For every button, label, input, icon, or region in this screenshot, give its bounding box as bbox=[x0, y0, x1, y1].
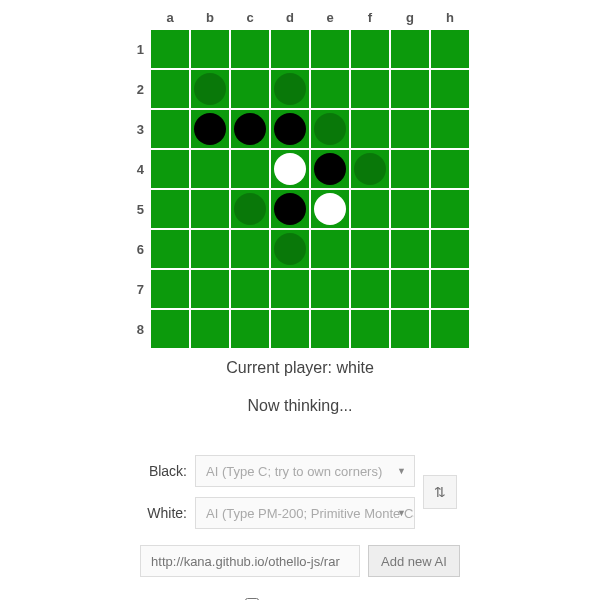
board-cell[interactable] bbox=[270, 309, 310, 349]
board-cell[interactable] bbox=[390, 29, 430, 69]
board-cell[interactable] bbox=[310, 189, 350, 229]
board-cell[interactable] bbox=[390, 109, 430, 149]
board-cell[interactable] bbox=[350, 109, 390, 149]
board-cell[interactable] bbox=[150, 229, 190, 269]
column-label: d bbox=[270, 10, 310, 29]
black-player-selected: AI (Type C; try to own corners) bbox=[206, 464, 382, 479]
row-label: 8 bbox=[130, 322, 150, 337]
board-row: 3 bbox=[130, 109, 470, 149]
repeat-games-row[interactable]: Repeat games bbox=[241, 595, 359, 600]
board-cell[interactable] bbox=[350, 269, 390, 309]
board-cell[interactable] bbox=[350, 309, 390, 349]
column-label: h bbox=[430, 10, 470, 29]
board-cell[interactable] bbox=[310, 309, 350, 349]
board-cell[interactable] bbox=[390, 269, 430, 309]
board-cell[interactable] bbox=[430, 109, 470, 149]
board-cell[interactable] bbox=[430, 269, 470, 309]
board-cell[interactable] bbox=[230, 29, 270, 69]
board-cell[interactable] bbox=[270, 189, 310, 229]
board-cell[interactable] bbox=[230, 149, 270, 189]
swap-players-button[interactable]: ⇅ bbox=[423, 475, 457, 509]
black-player-select[interactable]: AI (Type C; try to own corners) bbox=[195, 455, 415, 487]
row-label: 6 bbox=[130, 242, 150, 257]
board-cell[interactable] bbox=[430, 149, 470, 189]
board-cell[interactable] bbox=[390, 149, 430, 189]
board-cell[interactable] bbox=[390, 229, 430, 269]
row-label: 1 bbox=[130, 42, 150, 57]
board-cell[interactable] bbox=[390, 309, 430, 349]
board-row: 1 bbox=[130, 29, 470, 69]
add-ai-button[interactable]: Add new AI bbox=[368, 545, 460, 577]
board-cell[interactable] bbox=[350, 149, 390, 189]
board-cell[interactable] bbox=[150, 69, 190, 109]
white-player-row: White: AI (Type PM-200; Primitive Monte … bbox=[143, 497, 415, 529]
row-label: 4 bbox=[130, 162, 150, 177]
board-cell[interactable] bbox=[310, 69, 350, 109]
white-label: White: bbox=[143, 505, 187, 521]
board-cell[interactable] bbox=[190, 269, 230, 309]
board-cell[interactable] bbox=[350, 189, 390, 229]
board-cell[interactable] bbox=[270, 29, 310, 69]
board-row: 6 bbox=[130, 229, 470, 269]
board-cell[interactable] bbox=[310, 29, 350, 69]
move-hint bbox=[194, 73, 226, 105]
board-cell[interactable] bbox=[190, 29, 230, 69]
board-cell[interactable] bbox=[190, 309, 230, 349]
board-cell[interactable] bbox=[150, 29, 190, 69]
board-cell[interactable] bbox=[270, 229, 310, 269]
board-cell[interactable] bbox=[230, 229, 270, 269]
board-row: 5 bbox=[130, 189, 470, 229]
controls: Black: AI (Type C; try to own corners) W… bbox=[85, 455, 515, 600]
board-cell[interactable] bbox=[230, 109, 270, 149]
board-cell[interactable] bbox=[390, 69, 430, 109]
board-cell[interactable] bbox=[190, 109, 230, 149]
board-cell[interactable] bbox=[310, 229, 350, 269]
column-label: c bbox=[230, 10, 270, 29]
board-cell[interactable] bbox=[150, 109, 190, 149]
board-cell[interactable] bbox=[150, 189, 190, 229]
board-cell[interactable] bbox=[150, 309, 190, 349]
board-cell[interactable] bbox=[150, 149, 190, 189]
board-cell[interactable] bbox=[310, 269, 350, 309]
board-cell[interactable] bbox=[150, 269, 190, 309]
black-disc bbox=[314, 153, 346, 185]
move-hint bbox=[274, 73, 306, 105]
row-label: 2 bbox=[130, 82, 150, 97]
board-cell[interactable] bbox=[270, 109, 310, 149]
board-cell[interactable] bbox=[350, 29, 390, 69]
board-cell[interactable] bbox=[230, 269, 270, 309]
board-cell[interactable] bbox=[190, 229, 230, 269]
board-cell[interactable] bbox=[310, 109, 350, 149]
board-cell[interactable] bbox=[390, 189, 430, 229]
row-label: 3 bbox=[130, 122, 150, 137]
board-cell[interactable] bbox=[230, 309, 270, 349]
ai-url-input[interactable] bbox=[140, 545, 360, 577]
board-cell[interactable] bbox=[190, 69, 230, 109]
black-disc bbox=[234, 113, 266, 145]
board-cell[interactable] bbox=[350, 229, 390, 269]
board-grid: 12345678 bbox=[130, 29, 470, 349]
board-cell[interactable] bbox=[430, 69, 470, 109]
move-hint bbox=[274, 233, 306, 265]
board-cell[interactable] bbox=[270, 69, 310, 109]
column-labels: abcdefgh bbox=[150, 10, 470, 29]
board-cell[interactable] bbox=[430, 229, 470, 269]
move-hint bbox=[234, 193, 266, 225]
board-cell[interactable] bbox=[230, 69, 270, 109]
board-cell[interactable] bbox=[430, 29, 470, 69]
black-disc bbox=[274, 193, 306, 225]
board-cell[interactable] bbox=[350, 69, 390, 109]
board-cell[interactable] bbox=[430, 309, 470, 349]
black-disc bbox=[274, 113, 306, 145]
board-cell[interactable] bbox=[430, 189, 470, 229]
board-cell[interactable] bbox=[310, 149, 350, 189]
board-cell[interactable] bbox=[270, 269, 310, 309]
board-cell[interactable] bbox=[190, 149, 230, 189]
column-label: a bbox=[150, 10, 190, 29]
board-cell[interactable] bbox=[230, 189, 270, 229]
white-player-select[interactable]: AI (Type PM-200; Primitive Monte Carlo) bbox=[195, 497, 415, 529]
board-row: 2 bbox=[130, 69, 470, 109]
column-label: g bbox=[390, 10, 430, 29]
board-cell[interactable] bbox=[190, 189, 230, 229]
board-cell[interactable] bbox=[270, 149, 310, 189]
